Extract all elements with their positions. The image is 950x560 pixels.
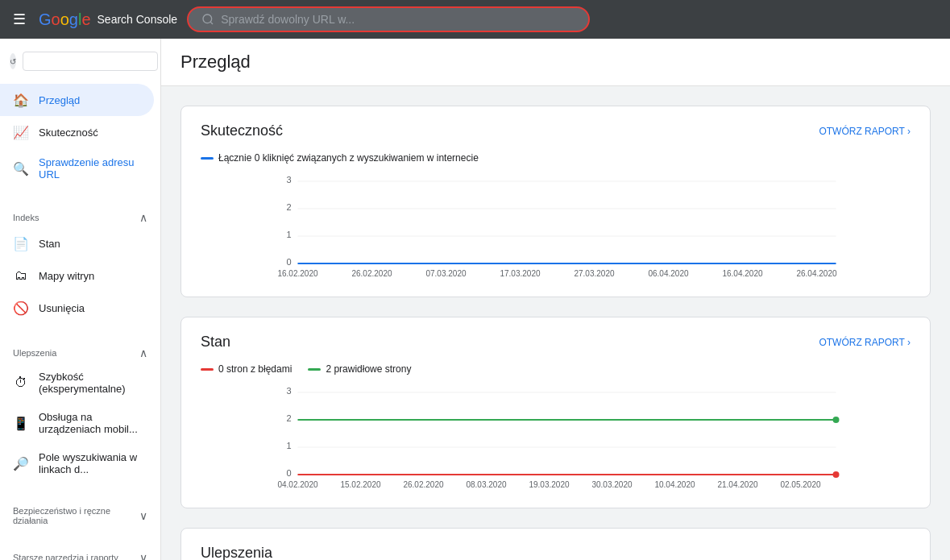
sidebar-item-pole[interactable]: 🔎 Pole wyszukiwania w linkach d... (0, 443, 154, 483)
sidebar-item-usuniecia[interactable]: 🚫 Usunięcia (0, 292, 154, 324)
main-content: Przegląd Skuteczność OTWÓRZ RAPORT › Łąc… (161, 39, 950, 560)
sidebar-label-mapy: Mapy witryn (39, 270, 94, 282)
legend-valid: 2 prawidłowe strony (308, 363, 411, 375)
home-icon: 🏠 (13, 92, 29, 108)
svg-text:0: 0 (286, 257, 291, 267)
svg-text:10.04.2020: 10.04.2020 (654, 480, 695, 489)
ulepszenia-card-header: Ulepszenia (201, 545, 911, 560)
valid-dot (308, 368, 321, 371)
app-logo: Google Search Console (39, 10, 177, 29)
sidebar-item-szybkosc[interactable]: ⏱ Szybkość (eksperymentalne) (0, 363, 154, 403)
logo-google: Google (39, 10, 91, 29)
usuniecia-icon: 🚫 (13, 300, 29, 316)
skutecznosc-open-report[interactable]: OTWÓRZ RAPORT › (819, 126, 911, 137)
logo-product: Search Console (97, 13, 178, 26)
svg-text:08.03.2020: 08.03.2020 (466, 480, 506, 489)
app-header: ☰ Google Search Console (0, 0, 950, 39)
pole-icon: 🔎 (13, 455, 29, 471)
main-layout: ↺ ▾ 🏠 Przegląd 📈 Skuteczność 🔍 Sprawdzen… (0, 39, 950, 560)
ulepszenia-title: Ulepszenia (201, 545, 272, 560)
bezpieczenstwo-expand-icon[interactable]: ∨ (139, 509, 147, 522)
sidebar-item-przeglad[interactable]: 🏠 Przegląd (0, 84, 154, 116)
svg-text:02.05.2020: 02.05.2020 (780, 480, 820, 489)
sidebar-item-stan[interactable]: 📄 Stan (0, 227, 154, 259)
svg-text:26.04.2020: 26.04.2020 (796, 269, 836, 278)
clicks-dot (201, 157, 214, 160)
sidebar-label-mobile: Obsługa na urządzeniach mobil... (39, 411, 141, 435)
indeks-expand-icon[interactable]: ∧ (139, 211, 147, 224)
skutecznosc-legend: Łącznie 0 kliknięć związanych z wyszukiw… (201, 152, 911, 164)
sidebar-item-skutecznosc[interactable]: 📈 Skuteczność (0, 116, 154, 148)
page-title: Przegląd (180, 52, 931, 73)
section-bezpieczenstwo: Bezpieczeństwo i ręczne działania ∨ (0, 496, 160, 529)
errors-dot (201, 368, 214, 371)
skutecznosc-title: Skuteczność (201, 122, 283, 139)
stan-chart: 3 2 1 0 (201, 384, 911, 492)
sidebar-label-szybkosc: Szybkość (eksperymentalne) (39, 371, 141, 395)
chart-icon: 📈 (13, 124, 29, 140)
sidebar-label-sprawdzenie: Sprawdzenie adresu URL (39, 156, 141, 180)
section-indeks: Indeks ∧ (0, 201, 160, 227)
sidebar-item-mobile[interactable]: 📱 Obsługa na urządzeniach mobil... (0, 403, 154, 443)
url-search-bar[interactable] (187, 6, 590, 32)
stan-icon: 📄 (13, 235, 29, 251)
sidebar: ↺ ▾ 🏠 Przegląd 📈 Skuteczność 🔍 Sprawdzen… (0, 39, 161, 560)
svg-text:16.02.2020: 16.02.2020 (277, 269, 317, 278)
sidebar-label-stan: Stan (39, 238, 60, 250)
legend-errors: 0 stron z błędami (201, 363, 292, 375)
svg-text:04.02.2020: 04.02.2020 (277, 480, 317, 489)
stan-card: Stan OTWÓRZ RAPORT › 0 stron z błędami 2… (180, 317, 931, 508)
svg-text:3: 3 (286, 175, 291, 185)
valid-label: 2 prawidłowe strony (326, 363, 411, 375)
clicks-label: Łącznie 0 kliknięć związanych z wyszukiw… (218, 152, 479, 164)
property-input[interactable] (23, 52, 158, 71)
property-icon: ↺ (10, 53, 16, 69)
svg-text:1: 1 (286, 441, 291, 450)
skutecznosc-chart: 3 2 1 0 16.02.2020 26.02.2020 (201, 173, 911, 280)
skutecznosc-card-header: Skuteczność OTWÓRZ RAPORT › (201, 122, 911, 139)
starsze-expand-icon[interactable]: ∨ (139, 551, 147, 560)
legend-clicks: Łącznie 0 kliknięć związanych z wyszukiw… (201, 152, 479, 164)
errors-endpoint (833, 471, 840, 478)
stan-svg: 3 2 1 0 (201, 384, 911, 489)
szybkosc-icon: ⏱ (13, 375, 29, 391)
svg-text:16.04.2020: 16.04.2020 (722, 269, 762, 278)
svg-text:2: 2 (286, 202, 291, 212)
stan-open-report[interactable]: OTWÓRZ RAPORT › (819, 337, 911, 348)
svg-line-1 (210, 22, 213, 24)
svg-text:3: 3 (286, 386, 291, 396)
mapy-icon: 🗂 (13, 268, 29, 284)
svg-text:21.04.2020: 21.04.2020 (717, 480, 757, 489)
sidebar-label-przeglad: Przegląd (39, 94, 80, 106)
valid-endpoint (833, 417, 840, 423)
page-header: Przegląd (161, 39, 950, 86)
sidebar-label-skutecznosc: Skuteczność (39, 127, 98, 139)
svg-text:19.03.2020: 19.03.2020 (529, 480, 569, 489)
svg-text:17.03.2020: 17.03.2020 (500, 269, 540, 278)
url-search-input[interactable] (221, 13, 575, 26)
skutecznosc-svg: 3 2 1 0 16.02.2020 26.02.2020 (201, 173, 911, 278)
stan-legend: 0 stron z błędami 2 prawidłowe strony (201, 363, 911, 375)
sidebar-item-sprawdzenie-url[interactable]: 🔍 Sprawdzenie adresu URL (0, 148, 154, 189)
svg-text:26.02.2020: 26.02.2020 (403, 480, 443, 489)
stan-card-header: Stan OTWÓRZ RAPORT › (201, 334, 911, 351)
sidebar-label-usuniecia: Usunięcia (39, 302, 85, 314)
svg-text:1: 1 (286, 230, 291, 239)
menu-icon[interactable]: ☰ (10, 7, 29, 31)
sidebar-item-mapy-witryn[interactable]: 🗂 Mapy witryn (0, 259, 154, 292)
svg-text:26.02.2020: 26.02.2020 (351, 269, 392, 278)
section-ulepszenia: Ulepszenia ∧ (0, 337, 160, 363)
svg-text:07.03.2020: 07.03.2020 (425, 269, 466, 278)
errors-label: 0 stron z błędami (218, 363, 292, 375)
search-icon (201, 13, 214, 26)
svg-text:06.04.2020: 06.04.2020 (648, 269, 688, 278)
sidebar-label-pole: Pole wyszukiwania w linkach d... (39, 451, 141, 475)
mobile-icon: 📱 (13, 415, 29, 431)
svg-point-0 (203, 15, 212, 23)
property-selector[interactable]: ↺ ▾ (0, 45, 160, 77)
svg-text:0: 0 (286, 468, 291, 478)
svg-text:15.02.2020: 15.02.2020 (340, 480, 380, 489)
url-check-icon: 🔍 (13, 160, 29, 176)
ulepszenia-expand-icon[interactable]: ∧ (139, 346, 147, 359)
content-area: Skuteczność OTWÓRZ RAPORT › Łącznie 0 kl… (161, 86, 950, 560)
